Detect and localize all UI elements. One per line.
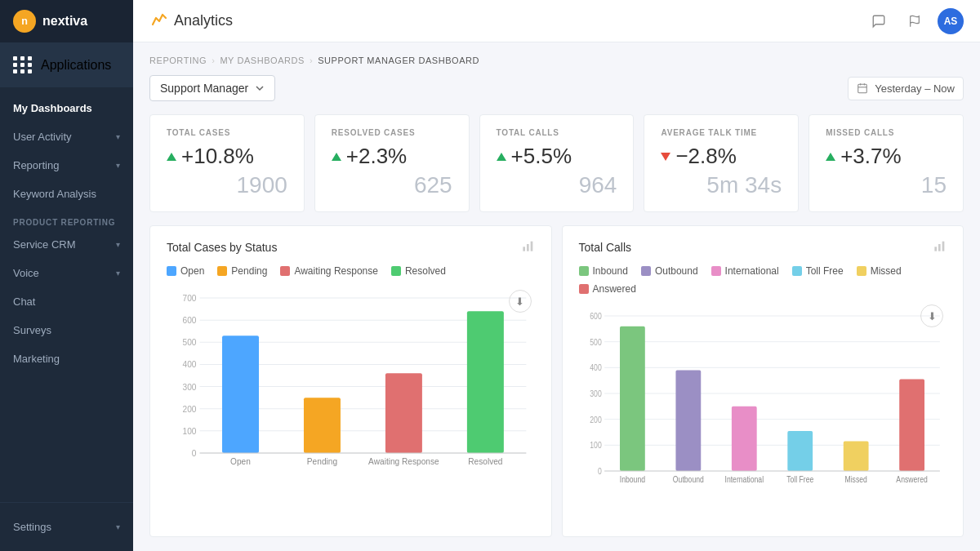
topbar-actions: AS (866, 8, 964, 34)
chart-title: Total Calls (579, 241, 632, 254)
calls-download-wrap: ⬇ (579, 304, 947, 327)
legend-color (217, 266, 227, 276)
legend-label: Toll Free (806, 265, 844, 277)
legend-label: Awaiting Response (294, 265, 378, 277)
kpi-arrow-icon (661, 153, 670, 161)
svg-text:300: 300 (590, 389, 601, 398)
svg-rect-37 (942, 242, 945, 251)
download-calls-button[interactable]: ⬇ (920, 304, 943, 327)
sidebar-footer: Settings ▾ (0, 502, 133, 551)
svg-text:Toll Free: Toll Free (786, 475, 813, 484)
sidebar-item-my-dashboards[interactable]: My Dashboards (0, 94, 133, 122)
chevron-icon: ▾ (116, 240, 120, 249)
legend-color (857, 266, 866, 276)
legend-color (641, 266, 651, 276)
cases-download-wrap: ⬇ (167, 290, 535, 313)
svg-text:400: 400 (590, 364, 601, 373)
sidebar-item-reporting[interactable]: Reporting ▾ (0, 151, 133, 180)
user-avatar[interactable]: AS (938, 8, 964, 34)
legend-color (579, 284, 589, 294)
legend-label: International (725, 265, 779, 277)
kpi-label: AVERAGE TALK TIME (661, 128, 782, 137)
applications-button[interactable]: Applications (0, 42, 133, 87)
date-range-picker[interactable]: Yesterday – Now (848, 77, 964, 100)
analytics-icon (149, 10, 167, 32)
chevron-icon: ▾ (116, 269, 120, 278)
svg-rect-35 (934, 247, 937, 251)
dashboard-header: Support Manager Yesterday – Now (149, 75, 964, 101)
sidebar-item-surveys[interactable]: Surveys (0, 316, 133, 344)
legend-item-awaiting: Awaiting Response (280, 265, 378, 277)
charts-row: Total Cases by Status OpenPendingAwaitin… (149, 225, 964, 537)
legend-label: Open (180, 265, 204, 277)
svg-rect-9 (530, 242, 532, 251)
svg-rect-30 (385, 373, 422, 453)
legend-item-answered: Answered (579, 283, 636, 295)
sidebar: n nextiva Applications My Dashboards Use… (0, 0, 133, 551)
breadcrumb-separator: › (212, 56, 215, 65)
sidebar-item-label: Surveys (13, 324, 51, 336)
legend-item-international: International (711, 265, 779, 277)
calls-bar-chart-svg: 0100200300400500600InboundOutboundIntern… (579, 308, 947, 504)
total-calls-chart-card: Total Calls InboundOutboundInternational… (562, 225, 964, 537)
chevron-icon: ▾ (116, 522, 120, 531)
legend-item-resolved: Resolved (391, 265, 446, 277)
dashboard-select-label: Support Manager (160, 82, 248, 95)
kpi-label: MISSED CALLS (826, 128, 947, 137)
legend-label: Resolved (405, 265, 446, 277)
sidebar-item-voice[interactable]: Voice ▾ (0, 259, 133, 287)
chart-type-icon[interactable] (933, 239, 947, 256)
sidebar-item-marketing[interactable]: Marketing (0, 344, 133, 373)
svg-text:Pending: Pending (307, 457, 337, 466)
dashboard-selector[interactable]: Support Manager (149, 75, 275, 101)
flag-icon-button[interactable] (902, 8, 928, 34)
legend-label: Answered (593, 283, 636, 295)
legend-item-outbound: Outbound (641, 265, 698, 277)
nextiva-logo-icon: n (13, 10, 36, 33)
kpi-arrow-icon (497, 153, 506, 161)
sidebar-item-service-crm[interactable]: Service CRM ▾ (0, 230, 133, 259)
sidebar-item-label: Voice (13, 267, 39, 279)
chart-header: Total Calls (579, 239, 947, 256)
legend-item-pending: Pending (217, 265, 267, 277)
sidebar-item-chat[interactable]: Chat (0, 287, 133, 316)
svg-text:500: 500 (590, 338, 601, 347)
svg-text:Resolved: Resolved (468, 457, 502, 466)
legend-label: Outbound (655, 265, 698, 277)
svg-text:300: 300 (183, 383, 197, 392)
sidebar-item-keyword-analysis[interactable]: Keyword Analysis (0, 180, 133, 208)
sidebar-item-label: User Activity (13, 131, 72, 143)
chevron-icon: ▾ (116, 161, 120, 170)
sidebar-item-label: My Dashboards (13, 102, 92, 114)
chat-icon-button[interactable] (866, 8, 892, 34)
kpi-value: 964 (497, 172, 617, 198)
kpi-row: TOTAL CASES +10.8% 1900 RESOLVED CASES +… (149, 114, 964, 212)
logo: n nextiva (0, 0, 133, 42)
svg-text:Missed: Missed (844, 475, 866, 484)
sidebar-item-user-activity[interactable]: User Activity ▾ (0, 122, 133, 151)
breadcrumb-item-2: My Dashboards (220, 56, 305, 65)
kpi-percentage: +10.8% (181, 144, 254, 169)
kpi-change: +10.8% (167, 144, 287, 169)
sidebar-item-label: Reporting (13, 159, 59, 171)
download-cases-button[interactable]: ⬇ (509, 290, 532, 313)
legend-label: Inbound (593, 265, 628, 277)
sidebar-item-label: Keyword Analysis (13, 188, 96, 200)
settings-button[interactable]: Settings ▾ (13, 514, 120, 540)
chart-type-icon[interactable] (522, 239, 535, 256)
calendar-icon (857, 82, 868, 94)
chart-legend: OpenPendingAwaiting ResponseResolved (167, 265, 535, 277)
kpi-card-resolved-cases: RESOLVED CASES +2.3% 625 (314, 114, 470, 212)
kpi-percentage: +3.7% (840, 144, 901, 169)
kpi-arrow-icon (332, 153, 341, 161)
chart-actions (522, 239, 535, 256)
svg-text:0: 0 (192, 449, 197, 458)
sidebar-item-label: Service CRM (13, 238, 76, 251)
total-cases-chart-card: Total Cases by Status OpenPendingAwaitin… (149, 225, 552, 537)
chart-header: Total Cases by Status (167, 239, 535, 256)
legend-color (579, 266, 589, 276)
topbar: Analytics AS (133, 0, 980, 42)
svg-text:400: 400 (183, 360, 197, 369)
kpi-percentage: +2.3% (346, 144, 407, 169)
content-area: Reporting › My Dashboards › Support Mana… (133, 42, 980, 551)
